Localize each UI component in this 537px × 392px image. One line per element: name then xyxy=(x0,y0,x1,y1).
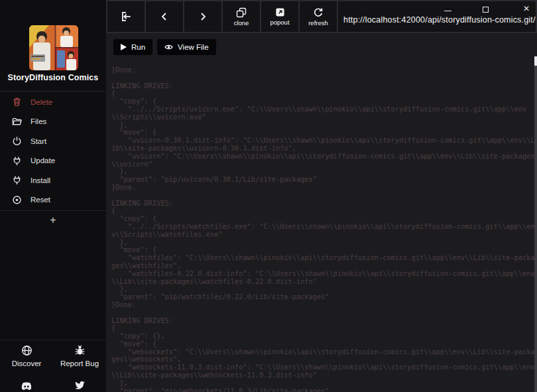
bug-icon xyxy=(74,345,86,356)
view-file-label: View File xyxy=(178,43,208,51)
close-button[interactable]: ✕ xyxy=(521,4,532,13)
forward-button[interactable] xyxy=(184,1,221,32)
view-file-button[interactable]: View File xyxy=(157,39,215,55)
url-bar[interactable]: ✕ http://localhost:42000/api/storydiffus… xyxy=(338,1,536,32)
popout-button[interactable]: popout xyxy=(261,1,298,32)
report-bug-label: Report Bug xyxy=(60,359,99,367)
sidebar-item-label: Delete xyxy=(30,98,52,106)
minimize-button[interactable] xyxy=(444,7,455,11)
sidebar-item-delete[interactable]: Delete xyxy=(0,92,106,112)
refresh-icon xyxy=(313,7,324,18)
window-controls: ✕ xyxy=(444,4,532,13)
scrollbar-thumb[interactable] xyxy=(534,56,537,66)
chevron-left-icon xyxy=(159,11,170,22)
sidebar-item-reset[interactable]: Reset xyxy=(0,190,106,210)
twitter-link[interactable] xyxy=(53,380,106,392)
discord-link[interactable] xyxy=(0,380,53,392)
sidebar-item-install[interactable]: Install xyxy=(0,170,106,190)
trash-icon xyxy=(12,97,22,107)
comic-collage-image xyxy=(29,25,78,70)
app-thumbnail[interactable] xyxy=(29,25,78,70)
social-links xyxy=(0,380,106,392)
minimize-icon xyxy=(444,11,451,11)
sidebar-divider xyxy=(0,210,106,211)
sidebar-divider xyxy=(0,91,106,92)
run-label: Run xyxy=(131,43,145,51)
refresh-label: refresh xyxy=(308,19,328,27)
report-bug-button[interactable]: Report Bug xyxy=(53,345,106,367)
clone-icon xyxy=(236,7,247,18)
popout-icon xyxy=(275,7,285,17)
power-icon xyxy=(12,136,22,146)
sidebar-footer: Discover Report Bug xyxy=(0,345,106,367)
home-button[interactable] xyxy=(107,1,145,32)
exit-left-icon xyxy=(120,11,132,23)
plug-icon xyxy=(12,156,22,166)
sidebar-menu: Delete Files Start xyxy=(0,92,106,210)
sidebar-item-label: Files xyxy=(30,117,46,125)
maximize-icon xyxy=(483,7,489,13)
browser-toolbar: clone popout refresh xyxy=(106,0,537,33)
sidebar-item-files[interactable]: Files xyxy=(0,112,106,132)
reset-icon xyxy=(12,195,22,205)
pinokio-app-window: StoryDiffusion Comics Delete xyxy=(0,0,537,392)
back-button[interactable] xyxy=(146,1,183,32)
clone-button[interactable]: clone xyxy=(223,1,260,32)
action-toolbar: Run View File xyxy=(113,39,216,55)
add-app-button[interactable]: + xyxy=(0,212,106,229)
twitter-icon xyxy=(74,380,86,392)
sidebar-divider xyxy=(0,340,106,340)
sidebar-item-label: Update xyxy=(30,157,55,164)
plug-icon xyxy=(12,175,22,185)
clone-label: clone xyxy=(234,19,249,27)
sidebar-item-update[interactable]: Update xyxy=(0,151,106,171)
sidebar-item-start[interactable]: Start xyxy=(0,131,106,151)
maximize-button[interactable] xyxy=(483,5,493,13)
eye-icon xyxy=(164,43,173,51)
refresh-button[interactable]: refresh xyxy=(300,1,337,32)
scrollbar-track[interactable] xyxy=(534,56,537,392)
run-button[interactable]: Run xyxy=(113,39,152,55)
chevron-right-icon xyxy=(198,11,208,22)
play-icon xyxy=(121,44,127,50)
sidebar: StoryDiffusion Comics Delete xyxy=(0,0,106,392)
sidebar-item-label: Start xyxy=(30,137,46,145)
sidebar-item-label: Reset xyxy=(30,196,50,204)
app-title: StoryDiffusion Comics xyxy=(0,73,106,82)
globe-icon xyxy=(21,345,32,356)
terminal-log: }Done. LINKING DRIVES: { "copy": { "../.… xyxy=(111,66,537,392)
sidebar-item-label: Install xyxy=(30,176,50,184)
plus-icon: + xyxy=(50,214,56,226)
popout-label: popout xyxy=(270,19,289,26)
discover-label: Discover xyxy=(12,359,42,367)
discover-button[interactable]: Discover xyxy=(0,345,53,367)
folder-icon xyxy=(12,117,22,127)
discord-icon xyxy=(21,380,32,392)
url-text[interactable]: http://localhost:42000/api/storydiffusio… xyxy=(343,15,536,25)
app-content-panel: Run View File }Done. LINKING DRIVES: { "… xyxy=(106,33,537,392)
